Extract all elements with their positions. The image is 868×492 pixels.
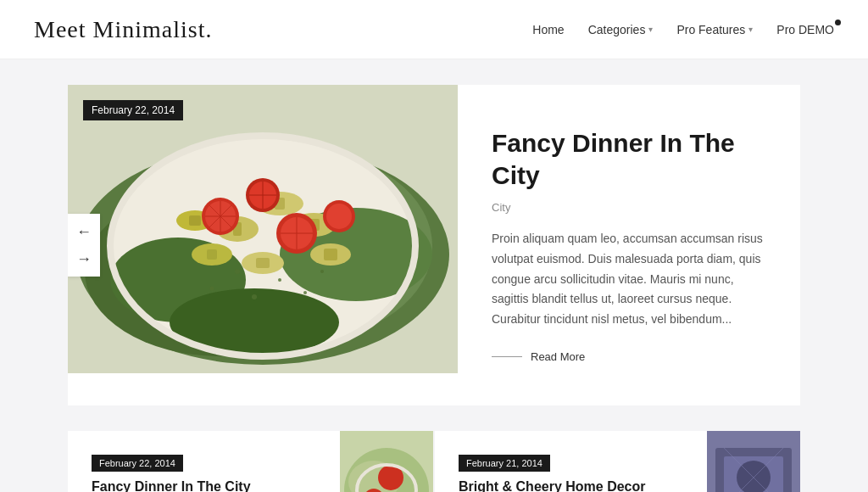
svg-point-42	[252, 294, 257, 299]
bottom-decor-img	[707, 431, 800, 492]
svg-point-39	[278, 278, 281, 282]
hero-date-badge: February 22, 2014	[83, 100, 183, 120]
svg-point-41	[320, 270, 324, 273]
site-logo[interactable]: Meet Minimalist.	[34, 16, 212, 43]
pro-features-dropdown-icon: ▾	[748, 25, 753, 34]
main-nav: Home Categories ▾ Pro Features ▾ Pro DEM…	[532, 23, 834, 36]
nav-home[interactable]: Home	[532, 23, 564, 36]
hero-nav-arrows: ← →	[68, 214, 100, 277]
food-illustration	[68, 85, 458, 373]
read-more-line	[492, 356, 522, 357]
bottom-card-1-title[interactable]: Fancy Dinner In The City	[80, 478, 328, 492]
bottom-card-2: February 21, 2014 Bright & Cheery Home D…	[435, 431, 800, 492]
bottom-card-1: February 22, 2014 Fancy Dinner In The Ci…	[68, 431, 433, 492]
bottom-card-2-title[interactable]: Bright & Cheery Home Decor	[447, 478, 695, 492]
read-more-link[interactable]: Read More	[492, 350, 766, 363]
bottom-food-img-1	[340, 431, 433, 492]
hero-title: Fancy Dinner In The City	[492, 127, 766, 191]
site-header: Meet Minimalist. Home Categories ▾ Pro F…	[0, 0, 868, 59]
bottom-card-1-date: February 22, 2014	[92, 455, 183, 472]
svg-rect-17	[256, 258, 270, 268]
svg-point-38	[235, 269, 240, 274]
next-arrow[interactable]: →	[76, 251, 92, 266]
read-more-label: Read More	[531, 350, 585, 363]
svg-point-40	[210, 287, 214, 291]
svg-point-43	[303, 291, 307, 294]
bottom-card-2-text: February 21, 2014 Bright & Cheery Home D…	[435, 431, 707, 492]
bottom-section: February 22, 2014 Fancy Dinner In The Ci…	[0, 431, 868, 492]
hero-section: February 22, 2014	[0, 59, 868, 431]
bottom-card-2-date: February 21, 2014	[459, 455, 550, 472]
bottom-card-1-image	[340, 431, 433, 492]
hero-content: Fancy Dinner In The City City Proin aliq…	[458, 85, 800, 405]
svg-rect-21	[324, 249, 337, 260]
svg-rect-13	[207, 249, 217, 260]
categories-dropdown-icon: ▾	[648, 25, 653, 34]
svg-point-37	[326, 204, 352, 229]
hero-category: City	[492, 201, 766, 214]
pro-demo-dot	[835, 20, 841, 25]
hero-card: February 22, 2014	[68, 85, 800, 405]
hero-image	[68, 85, 458, 373]
nav-categories[interactable]: Categories ▾	[588, 23, 654, 36]
svg-rect-19	[189, 215, 201, 226]
bottom-card-1-text: February 22, 2014 Fancy Dinner In The Ci…	[68, 431, 340, 492]
prev-arrow[interactable]: ←	[76, 224, 92, 239]
nav-pro-demo[interactable]: Pro DEMO	[776, 23, 834, 36]
hero-image-wrap: February 22, 2014	[68, 85, 458, 405]
bottom-card-2-image	[707, 431, 800, 492]
hero-excerpt: Proin aliquam quam leo, accumsan accumsa…	[492, 229, 766, 330]
nav-pro-features[interactable]: Pro Features ▾	[676, 23, 753, 36]
